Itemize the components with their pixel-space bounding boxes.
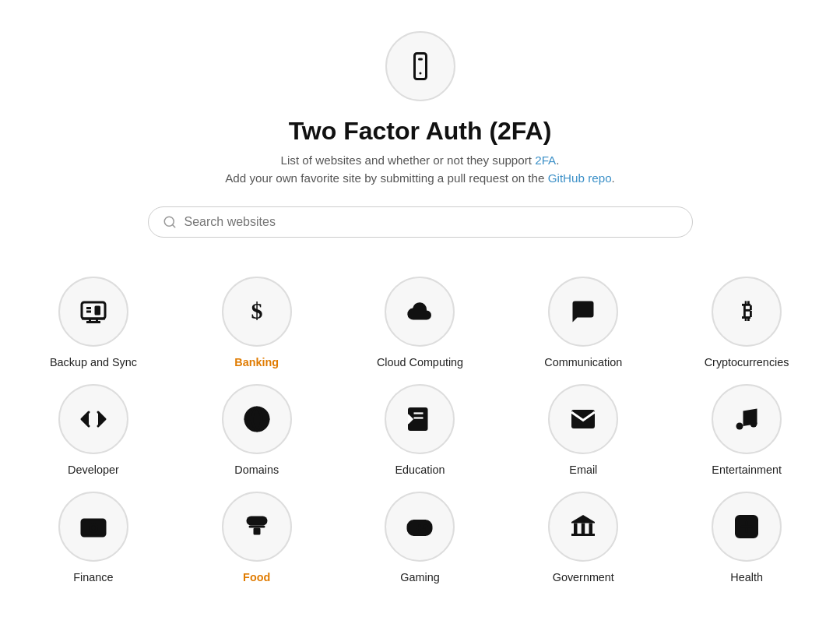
- category-item-gaming[interactable]: Gaming: [343, 492, 498, 584]
- svg-point-20: [750, 421, 757, 428]
- category-label-developer: Developer: [68, 464, 119, 476]
- category-label-cryptocurrencies: Cryptocurrencies: [705, 356, 789, 368]
- category-item-cloud-computing[interactable]: Cloud Computing: [343, 277, 498, 368]
- category-item-communication[interactable]: Communication: [505, 277, 661, 368]
- category-item-finance[interactable]: Finance: [16, 492, 171, 584]
- search-icon: [163, 215, 177, 229]
- category-circle-education: [385, 384, 455, 454]
- category-circle-banking: $: [222, 277, 292, 347]
- svg-text:$: $: [251, 298, 262, 323]
- svg-text:₿: ₿: [742, 300, 752, 323]
- svg-point-19: [736, 423, 743, 430]
- category-label-domains: Domains: [234, 464, 279, 476]
- page-title: Two Factor Auth (2FA): [289, 117, 552, 146]
- category-label-cloud-computing: Cloud Computing: [377, 356, 463, 368]
- category-item-domains[interactable]: Domains: [179, 384, 335, 476]
- category-circle-gaming: [385, 492, 455, 562]
- category-label-email: Email: [569, 464, 597, 476]
- svg-rect-33: [582, 524, 585, 534]
- category-label-education: Education: [395, 464, 445, 476]
- category-label-finance: Finance: [73, 571, 113, 584]
- category-label-gaming: Gaming: [400, 571, 439, 584]
- category-item-backup-and-sync[interactable]: Backup and Sync: [16, 277, 171, 368]
- category-item-education[interactable]: Education: [343, 384, 498, 476]
- svg-rect-5: [82, 302, 105, 319]
- category-circle-cloud-computing: [385, 277, 455, 347]
- category-label-entertainment: Entertainment: [712, 464, 782, 476]
- svg-rect-34: [589, 524, 593, 534]
- phone-icon: [406, 52, 434, 80]
- categories-grid: Backup and Sync $ Banking Cloud Computin…: [16, 277, 824, 584]
- svg-point-30: [427, 528, 429, 531]
- category-label-communication: Communication: [544, 356, 622, 368]
- category-circle-food: [222, 492, 292, 562]
- category-circle-health: [712, 492, 782, 562]
- category-circle-cryptocurrencies: ₿: [712, 277, 782, 347]
- category-circle-email: [548, 384, 618, 454]
- hero-icon: [385, 31, 455, 101]
- github-repo-link[interactable]: GitHub repo: [548, 171, 612, 185]
- category-item-cryptocurrencies[interactable]: ₿ Cryptocurrencies: [669, 277, 824, 368]
- category-label-government: Government: [553, 571, 614, 584]
- category-label-health: Health: [730, 571, 763, 584]
- category-label-food: Food: [243, 571, 270, 584]
- category-circle-finance: [58, 492, 128, 562]
- svg-marker-31: [571, 515, 595, 524]
- category-circle-domains: [222, 384, 292, 454]
- category-item-government[interactable]: Government: [505, 492, 661, 584]
- category-item-banking[interactable]: $ Banking: [179, 277, 335, 368]
- 2fa-link[interactable]: 2FA: [535, 153, 556, 167]
- search-box: [148, 206, 693, 238]
- search-container: [148, 206, 693, 238]
- category-circle-communication: [548, 277, 618, 347]
- svg-line-4: [172, 224, 174, 227]
- category-circle-backup-and-sync: [58, 277, 128, 347]
- category-circle-developer: [58, 384, 128, 454]
- category-item-food[interactable]: Food: [179, 492, 335, 584]
- svg-rect-35: [571, 534, 595, 536]
- svg-rect-24: [248, 526, 265, 528]
- category-item-email[interactable]: Email: [505, 384, 661, 476]
- category-item-entertainment[interactable]: Entertainment: [669, 384, 824, 476]
- svg-rect-8: [94, 306, 100, 316]
- category-circle-entertainment: [712, 384, 782, 454]
- category-item-health[interactable]: Health: [669, 492, 824, 584]
- category-item-developer[interactable]: Developer: [16, 384, 171, 476]
- category-label-backup-and-sync: Backup and Sync: [50, 356, 137, 368]
- subtitle2: Add your own favorite site by submitting…: [225, 171, 615, 185]
- svg-rect-25: [253, 528, 260, 535]
- svg-rect-32: [574, 524, 578, 534]
- category-label-banking: Banking: [234, 356, 279, 368]
- subtitle1: List of websites and whether or not they…: [281, 153, 560, 167]
- svg-rect-0: [414, 54, 426, 79]
- category-circle-government: [548, 492, 618, 562]
- search-input[interactable]: [185, 215, 678, 229]
